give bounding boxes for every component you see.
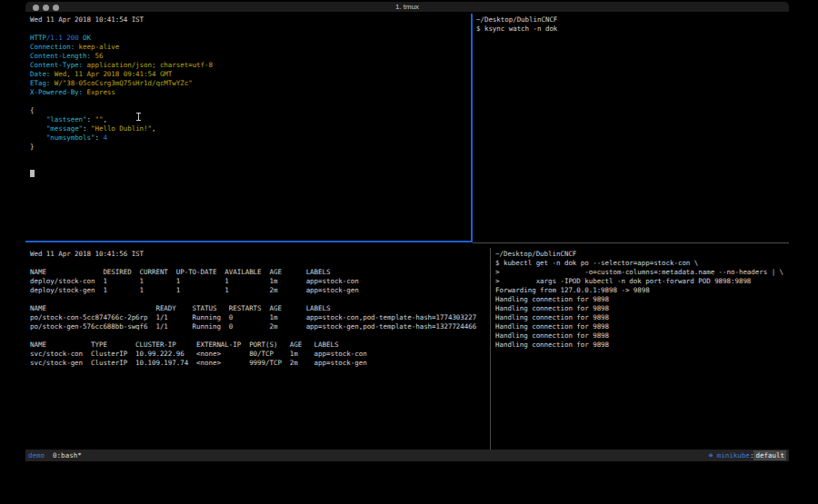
terminal-line	[30, 259, 486, 268]
terminal-line: X-Powered-By: Express	[30, 88, 467, 97]
terminal-line	[30, 97, 467, 106]
terminal-window: 1. tmux Wed 11 Apr 2018 10:41:54 ISTHTTP…	[25, 2, 789, 461]
kube-namespace: default	[753, 450, 786, 460]
terminal-line: po/stock-gen-576cc688bb-swqf6 1/1 Runnin…	[30, 322, 486, 331]
terminal-line: > xargs -IPOD kubectl -n dok port-forwar…	[495, 277, 785, 286]
terminal-line: ETag: W/"38-05coCsrg3mQ75sHr1d/qcMTwYZc"	[30, 79, 467, 88]
terminal-line: Connection: keep-alive	[30, 43, 467, 52]
terminal-line: NAME READY STATUS RESTARTS AGE LABELS	[30, 304, 486, 313]
terminal-line: NAME TYPE CLUSTER-IP EXTERNAL-IP PORT(S)…	[30, 341, 486, 350]
terminal-line	[30, 170, 467, 179]
terminal-line: HTTP/1.1 200 OK	[30, 34, 467, 43]
status-left: demo 0:bash*	[28, 450, 82, 461]
zoom-button[interactable]	[53, 5, 59, 11]
terminal-line: Wed 11 Apr 2018 10:41:56 IST	[30, 250, 486, 259]
terminal-line: Handling connection for 9898	[495, 322, 785, 331]
terminal-line: Content-Length: 56	[30, 52, 467, 61]
terminal-line	[30, 152, 467, 161]
window-title: 1. tmux	[25, 2, 789, 13]
status-right: ☸ minikube:default	[709, 450, 786, 461]
close-button[interactable]	[33, 5, 39, 11]
pane-ksync-watch[interactable]: ~/Desktop/DublinCNCF$ ksync watch -n dok	[473, 14, 789, 241]
terminal-line	[30, 25, 467, 34]
terminal-line: > -o=custom-columns=:metadata.name --no-…	[495, 268, 785, 277]
terminal-line: svc/stock-con ClusterIP 10.99.222.96 <no…	[30, 350, 486, 359]
terminal-line: NAME DESIRED CURRENT UP-TO-DATE AVAILABL…	[30, 268, 486, 277]
terminal-line: Handling connection for 9898	[495, 341, 785, 350]
minimize-button[interactable]	[43, 5, 49, 11]
terminal-line: Handling connection for 9898	[495, 331, 785, 341]
tmux-status-bar: demo 0:bash* ☸ minikube:default	[25, 450, 789, 461]
tmux-pane-area: Wed 11 Apr 2018 10:41:54 ISTHTTP/1.1 200…	[25, 14, 789, 450]
terminal-line	[30, 161, 467, 170]
terminal-line: Forwarding from 127.0.0.1:9898 -> 9898	[495, 286, 785, 295]
text-cursor	[30, 170, 35, 177]
pane-port-forward[interactable]: ~/Desktop/DublinCNCF$ kubectl get -n dok…	[492, 248, 789, 450]
terminal-line: "lastseen": "",	[30, 115, 467, 124]
terminal-line: ~/Desktop/DublinCNCF	[476, 15, 785, 25]
terminal-line: "numsymbols": 4	[30, 133, 467, 143]
terminal-line: $ ksync watch -n dok	[476, 25, 785, 34]
session-name[interactable]: demo	[28, 451, 45, 460]
pane-http-response[interactable]: Wed 11 Apr 2018 10:41:54 ISTHTTP/1.1 200…	[25, 14, 473, 242]
terminal-line: deploy/stock-con 1 1 1 1 1m app=stock-co…	[30, 277, 486, 286]
terminal-line: Date: Wed, 11 Apr 2018 09:41:54 GMT	[30, 70, 467, 79]
kube-context: minikube	[717, 451, 750, 460]
pane-kubectl-resources[interactable]: Wed 11 Apr 2018 10:41:56 ISTNAME DESIRED…	[25, 248, 491, 450]
terminal-line: "message": "Hello Dublin!",	[30, 124, 467, 133]
terminal-line: Handling connection for 9898	[495, 295, 785, 304]
terminal-line: Handling connection for 9898	[495, 313, 785, 322]
title-bar[interactable]: 1. tmux	[25, 2, 789, 13]
terminal-line: svc/stock-gen ClusterIP 10.109.197.74 <n…	[30, 359, 486, 368]
terminal-line: ~/Desktop/DublinCNCF	[495, 250, 785, 259]
terminal-line	[30, 295, 486, 304]
terminal-line: {	[30, 106, 467, 115]
terminal-line: Content-Type: application/json; charset=…	[30, 61, 467, 70]
pane-divider-horizontal[interactable]	[473, 242, 789, 243]
traffic-lights	[33, 5, 59, 11]
terminal-line: Handling connection for 9898	[495, 304, 785, 313]
terminal-line: }	[30, 143, 467, 152]
mouse-cursor	[136, 113, 141, 121]
terminal-line: po/stock-con-5cc874766c-2p6rp 1/1 Runnin…	[30, 313, 486, 322]
terminal-line: Wed 11 Apr 2018 10:41:54 IST	[30, 15, 467, 25]
window-label[interactable]: 0:bash*	[53, 451, 82, 460]
terminal-line: $ kubectl get -n dok po --selector=app=s…	[495, 259, 785, 268]
terminal-line: deploy/stock-gen 1 1 1 1 2m app=stock-ge…	[30, 286, 486, 295]
terminal-line	[30, 331, 486, 341]
